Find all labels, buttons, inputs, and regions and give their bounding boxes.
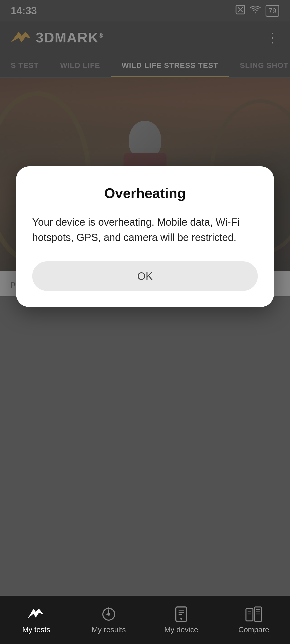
nav-my-device-label: My device xyxy=(164,625,198,634)
svg-rect-15 xyxy=(246,609,253,621)
nav-compare-label: Compare xyxy=(238,625,269,634)
nav-my-device[interactable]: My device xyxy=(145,606,218,634)
overheating-dialog: Overheating Your device is overheating. … xyxy=(16,166,274,307)
bottom-nav: My tests My results My device xyxy=(0,596,290,644)
my-results-icon xyxy=(99,606,118,622)
dialog-title: Overheating xyxy=(32,185,258,201)
nav-my-results[interactable]: My results xyxy=(73,606,145,634)
nav-my-tests-label: My tests xyxy=(22,625,50,634)
svg-point-14 xyxy=(180,618,182,620)
nav-my-results-label: My results xyxy=(92,625,126,634)
svg-marker-4 xyxy=(28,609,43,619)
compare-icon xyxy=(244,606,263,622)
dialog-message: Your device is overheating. Mobile data,… xyxy=(32,215,258,245)
my-device-icon xyxy=(172,606,191,622)
dialog-ok-button[interactable]: OK xyxy=(32,261,258,291)
my-tests-icon xyxy=(27,606,46,622)
nav-my-tests[interactable]: My tests xyxy=(0,606,73,634)
nav-compare[interactable]: Compare xyxy=(218,606,290,634)
dialog-backdrop xyxy=(0,0,290,644)
